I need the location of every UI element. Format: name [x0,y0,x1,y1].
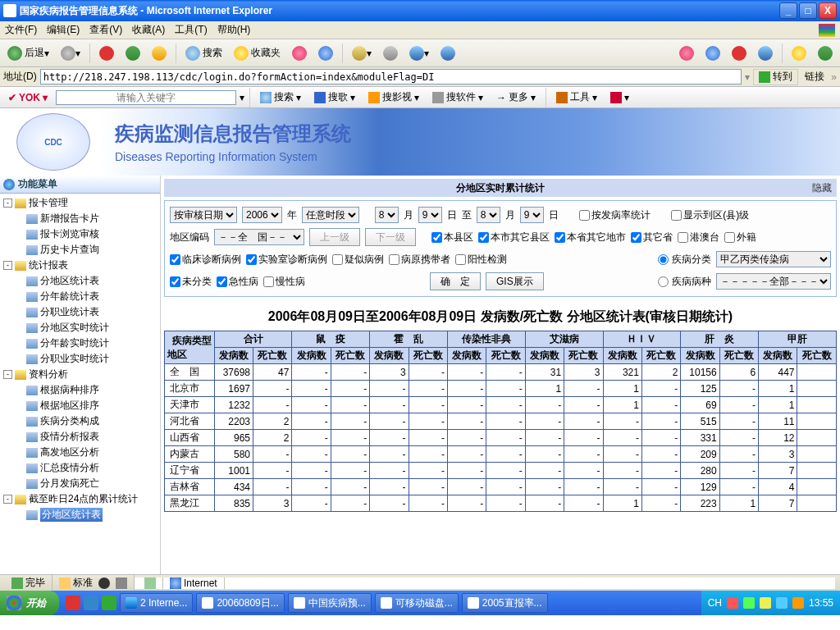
case-carrier[interactable]: 病原携带者 [389,253,450,267]
course-chronic[interactable]: 慢性病 [263,275,305,289]
tree-leaf[interactable]: 新增报告卡片 [0,211,160,226]
tree-toggle-icon[interactable]: - [3,370,12,379]
tree-leaf[interactable]: 分地区统计表 [0,273,160,289]
tree-leaf[interactable]: 根据病种排序 [0,382,160,398]
yok-video-btn[interactable]: 搜影视 ▾ [363,89,424,106]
tray-icon[interactable] [743,597,755,609]
scope-city-other[interactable]: 本市其它县区 [478,231,550,244]
quicklaunch-icon[interactable] [102,596,116,610]
ext-icon-4[interactable] [754,43,777,64]
quicklaunch-icon[interactable] [84,596,98,610]
area-select[interactable]: －－全 国－－ [214,229,304,245]
disease-class-radio[interactable]: 疾病分类 [658,253,711,267]
stop-button[interactable] [95,43,118,64]
disease-kind-select[interactable]: －－－－－全部－－－－－ [716,273,831,290]
tree-leaf[interactable]: 分地区实时统计 [0,320,160,336]
taskbar-item[interactable]: 中国疾病预... [288,593,372,613]
show-county-checkbox[interactable]: 显示到区(县)级 [671,208,749,222]
case-suspect[interactable]: 疑似病例 [332,253,384,267]
mail-button[interactable]: ▾ [348,43,376,64]
tree-toggle-icon[interactable]: - [3,199,12,208]
ext-icon-6[interactable] [814,43,837,64]
misc-button[interactable] [436,43,459,64]
address-input[interactable] [40,69,742,84]
yok-soft-btn[interactable]: 搜软件 ▾ [427,89,488,106]
disease-class-select[interactable]: 甲乙丙类传染病 [716,251,831,267]
by-rate-checkbox[interactable]: 按发病率统计 [579,208,651,222]
tree-leaf[interactable]: 汇总疫情分析 [0,460,160,476]
minimize-button[interactable]: _ [779,2,797,19]
yok-brand[interactable]: ✔ YOK ▾ [3,89,52,106]
yok-more-btn[interactable]: → 更多 ▾ [491,89,541,106]
scope-own-county[interactable]: 本县区 [431,231,473,244]
menu-tools[interactable]: 工具(T) [175,23,207,37]
tree-toggle-icon[interactable]: - [3,261,12,270]
tree-leaf[interactable]: 分月发病死亡 [0,476,160,491]
year-select[interactable]: 2006 [242,207,282,223]
search-button[interactable]: 搜索 [181,43,226,64]
yok-music-btn[interactable]: 搜歌 ▾ [309,89,360,106]
date-basis-select[interactable]: 按审核日期 [170,207,237,223]
from-day-select[interactable]: 9 [418,207,442,223]
clock[interactable]: 13:55 [809,597,833,609]
ext-icon-1[interactable] [675,43,698,64]
course-acute[interactable]: 急性病 [217,275,258,289]
period-select[interactable]: 任意时段 [302,207,359,223]
scope-other-prov[interactable]: 其它省 [631,231,673,244]
yok-search-btn[interactable]: 搜索 ▾ [255,89,306,106]
course-unknown[interactable]: 未分类 [170,275,212,289]
start-button[interactable]: 开始 [0,591,59,615]
tree-leaf[interactable]: 分年龄统计表 [0,289,160,304]
tray-icon[interactable] [776,597,788,609]
yok-search-input[interactable] [56,90,236,105]
home-button[interactable] [148,43,171,64]
taskbar-item[interactable]: 可移动磁盘... [375,593,459,613]
taskbar-item[interactable]: 20060809日... [196,593,284,613]
to-month-select[interactable]: 8 [477,207,500,223]
menu-view[interactable]: 查看(V) [89,23,122,37]
tree-group-label[interactable]: 报卡管理 [29,197,68,208]
from-month-select[interactable]: 8 [375,207,399,223]
taskbar-item[interactable]: 2 Interne... [120,593,193,613]
tree-leaf[interactable]: 分年龄实时统计 [0,336,160,351]
disease-kind-radio[interactable]: 疾病病种 [658,275,711,289]
refresh-button[interactable] [121,43,144,64]
tree-group-label[interactable]: 统计报表 [29,259,68,271]
print-button[interactable] [379,43,402,64]
quicklaunch-icon[interactable] [66,596,80,610]
case-lab[interactable]: 实验室诊断病例 [246,253,327,267]
case-positive[interactable]: 阳性检测 [455,253,507,267]
go-button[interactable]: 转到 [753,69,798,85]
tree-group-label[interactable]: 资料分析 [29,368,68,380]
menu-edit[interactable]: 编辑(E) [47,23,80,37]
favorites-button[interactable]: 收藏夹 [230,43,285,64]
tree-leaf[interactable]: 疾病分类构成 [0,413,160,429]
tree-leaf[interactable]: 历史卡片查询 [0,242,160,258]
links-label[interactable]: 链接 [805,70,824,84]
taskbar-item[interactable]: 2005直报率... [462,593,548,613]
ext-icon-2[interactable] [701,43,724,64]
scope-foreign[interactable]: 外籍 [724,231,756,244]
tray-icon[interactable] [760,597,771,609]
tree-leaf[interactable]: 分职业实时统计 [0,351,160,367]
history-button[interactable] [314,43,337,64]
tree-group-label[interactable]: 截至昨日24点的累计统计 [29,493,138,504]
gis-button[interactable]: GIS展示 [486,272,544,290]
menu-fav[interactable]: 收藏(A) [132,23,165,37]
forward-button[interactable]: ▾ [57,43,84,64]
ext-icon-5[interactable] [788,43,810,64]
tree-leaf[interactable]: 根据地区排序 [0,398,160,413]
scope-hmt[interactable]: 港澳台 [678,231,719,244]
tree-toggle-icon[interactable]: - [3,495,12,504]
tray-icon[interactable] [727,597,738,609]
yok-tools-btn[interactable]: 工具 ▾ [551,89,602,106]
media-button[interactable] [288,43,311,64]
menu-file[interactable]: 文件(F) [5,23,37,37]
close-button[interactable]: X [819,2,837,19]
tree-leaf[interactable]: 分职业统计表 [0,304,160,320]
down-level-button[interactable]: 下一级 [365,228,416,246]
tree-leaf[interactable]: 分地区统计表 [0,507,160,523]
scope-prov-other[interactable]: 本省其它地市 [555,231,626,244]
ext-icon-3[interactable] [728,43,751,64]
tree-leaf[interactable]: 报卡浏览审核 [0,226,160,242]
